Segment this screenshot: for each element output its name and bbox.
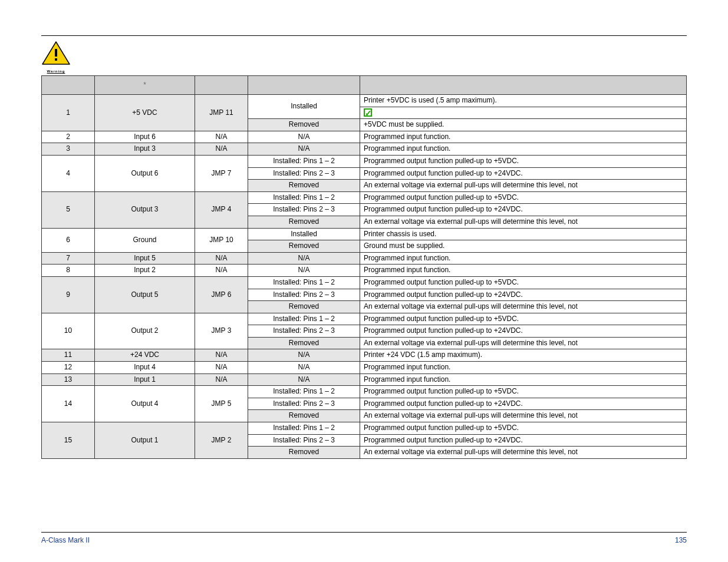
cell-jumper: JMP 5 (195, 386, 248, 422)
warning-icon (41, 41, 71, 67)
cell-signal: Input 6 (95, 131, 195, 143)
cell-description: An external voltage via external pull-up… (360, 447, 687, 459)
cell-signal: Input 3 (95, 143, 195, 156)
cell-position: Removed (248, 216, 360, 228)
hdr-signal: * (95, 76, 195, 95)
cell-pin: 1 (42, 95, 95, 131)
cell-signal: Output 5 (95, 276, 195, 313)
cell-position: N/A (248, 252, 360, 265)
cell-position: Installed: Pins 2 – 3 (248, 398, 360, 410)
cell-signal: Input 5 (95, 252, 195, 265)
cell-description: Programmed input function. (360, 373, 687, 386)
cell-jumper: N/A (195, 252, 248, 265)
table-row: 15Output 1JMP 2Installed: Pins 1 – 2Prog… (42, 422, 687, 435)
table-row: 2Input 6N/AN/AProgrammed input function. (42, 131, 687, 143)
cell-description: Programmed input function. (360, 143, 687, 156)
cell-pin: 5 (42, 191, 95, 228)
cell-signal: Output 3 (95, 191, 195, 228)
cell-pin: 4 (42, 155, 95, 191)
warning-block: Warning (41, 41, 687, 73)
cell-signal: Output 1 (95, 422, 195, 459)
cell-jumper: JMP 3 (195, 313, 248, 349)
cell-description: Programmed output function pulled-up to … (360, 422, 687, 435)
cell-description: Programmed output function pulled-up to … (360, 191, 687, 204)
cell-description: Programmed output function pulled-up to … (360, 325, 687, 338)
cell-description: Programmed output function pulled-up to … (360, 276, 687, 289)
cell-signal: Input 4 (95, 362, 195, 374)
top-rule (41, 35, 687, 36)
cell-pin: 3 (42, 143, 95, 156)
cell-description: Printer chassis is used. (360, 228, 687, 240)
cell-position: Installed: Pins 2 – 3 (248, 204, 360, 216)
table-row: 6GroundJMP 10InstalledPrinter chassis is… (42, 228, 687, 240)
cell-description: Programmed input function. (360, 252, 687, 265)
hdr-desc (360, 76, 687, 95)
cell-pin: 14 (42, 386, 95, 422)
cell-position: Removed (248, 447, 360, 459)
table-row: 1+5 VDCJMP 11InstalledPrinter +5VDC is u… (42, 95, 687, 107)
cell-description: Programmed output function pulled-up to … (360, 289, 687, 301)
cell-description: Programmed input function. (360, 362, 687, 374)
page-footer: A-Class Mark II 135 (41, 532, 687, 544)
cell-description: Ground must be supplied. (360, 240, 687, 253)
svg-rect-2 (55, 58, 57, 61)
cell-description: Programmed output function pulled-up to … (360, 167, 687, 180)
pin-table: * 1+5 VDCJMP 11InstalledPrinter +5VDC is… (41, 75, 687, 459)
cell-position: N/A (248, 349, 360, 362)
cell-position: Installed (248, 228, 360, 240)
cell-signal: Ground (95, 228, 195, 252)
cell-jumper: JMP 4 (195, 191, 248, 228)
cell-description: An external voltage via external pull-up… (360, 410, 687, 422)
table-row: 7Input 5N/AN/AProgrammed input function. (42, 252, 687, 265)
cell-description: Programmed input function. (360, 131, 687, 143)
cell-check (360, 107, 687, 119)
cell-signal: Output 4 (95, 386, 195, 422)
cell-signal: Input 1 (95, 373, 195, 386)
cell-description: An external voltage via external pull-up… (360, 301, 687, 313)
cell-position: Installed: Pins 1 – 2 (248, 191, 360, 204)
cell-position: Installed: Pins 2 – 3 (248, 325, 360, 338)
table-row: 14Output 4JMP 5Installed: Pins 1 – 2Prog… (42, 386, 687, 398)
cell-jumper: N/A (195, 131, 248, 143)
cell-signal: +24 VDC (95, 349, 195, 362)
cell-description: Programmed output function pulled-up to … (360, 204, 687, 216)
cell-description: Programmed output function pulled-up to … (360, 434, 687, 447)
cell-position: Installed: Pins 1 – 2 (248, 422, 360, 435)
svg-rect-1 (55, 49, 57, 57)
cell-description: Printer +24 VDC (1.5 amp maximum). (360, 349, 687, 362)
cell-description: Printer +5VDC is used (.5 amp maximum). (360, 95, 687, 107)
cell-position: Removed (248, 180, 360, 192)
table-row: 12Input 4N/AN/AProgrammed input function… (42, 362, 687, 374)
hdr-pin (42, 76, 95, 95)
table-row: 5Output 3JMP 4Installed: Pins 1 – 2Progr… (42, 191, 687, 204)
cell-signal: Output 2 (95, 313, 195, 349)
table-header-row: * (42, 76, 687, 95)
cell-description: An external voltage via external pull-up… (360, 180, 687, 192)
check-icon (364, 108, 372, 117)
cell-pin: 6 (42, 228, 95, 252)
cell-jumper: JMP 10 (195, 228, 248, 252)
cell-jumper: JMP 11 (195, 95, 248, 131)
cell-pin: 10 (42, 313, 95, 349)
footer-left: A-Class Mark II (41, 536, 90, 544)
table-row: 3Input 3N/AN/AProgrammed input function. (42, 143, 687, 156)
cell-jumper: N/A (195, 362, 248, 374)
cell-signal: Input 2 (95, 265, 195, 277)
cell-pin: 12 (42, 362, 95, 374)
table-row: 10Output 2JMP 3Installed: Pins 1 – 2Prog… (42, 313, 687, 325)
cell-jumper: N/A (195, 265, 248, 277)
table-row: 8Input 2N/AN/AProgrammed input function. (42, 265, 687, 277)
cell-pin: 8 (42, 265, 95, 277)
cell-jumper: N/A (195, 373, 248, 386)
cell-jumper: JMP 7 (195, 155, 248, 191)
cell-description: Programmed input function. (360, 265, 687, 277)
cell-position: Installed: Pins 2 – 3 (248, 167, 360, 180)
footer-page: 135 (675, 536, 687, 544)
cell-jumper: JMP 2 (195, 422, 248, 459)
table-row: 13Input 1N/AN/AProgrammed input function… (42, 373, 687, 386)
cell-pin: 9 (42, 276, 95, 313)
hdr-jumper (195, 76, 248, 95)
cell-jumper: N/A (195, 143, 248, 156)
cell-description: Programmed output function pulled-up to … (360, 155, 687, 167)
cell-jumper: N/A (195, 349, 248, 362)
